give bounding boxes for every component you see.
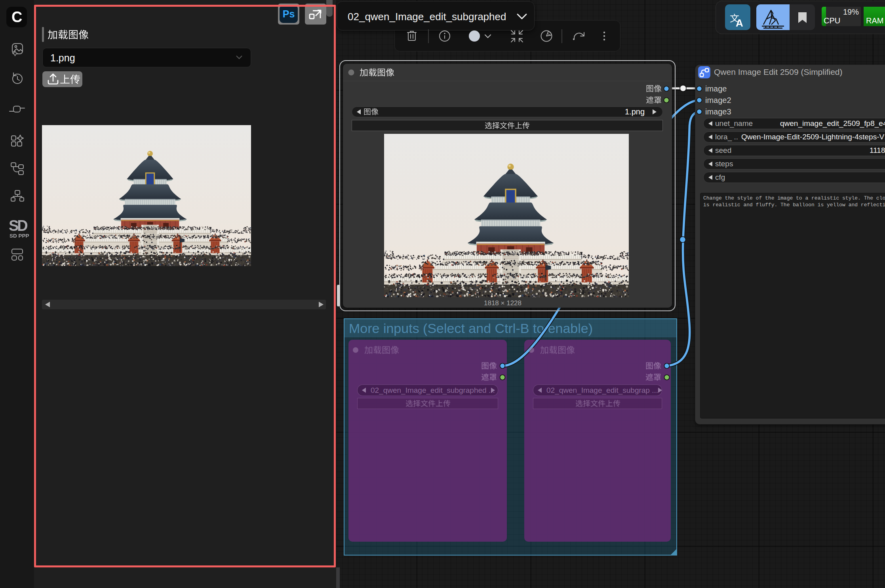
svg-text:C: C [11,9,22,25]
svg-text:SD: SD [9,217,27,234]
svg-text:SD PPP: SD PPP [10,233,29,239]
svg-text:A: A [736,17,743,29]
